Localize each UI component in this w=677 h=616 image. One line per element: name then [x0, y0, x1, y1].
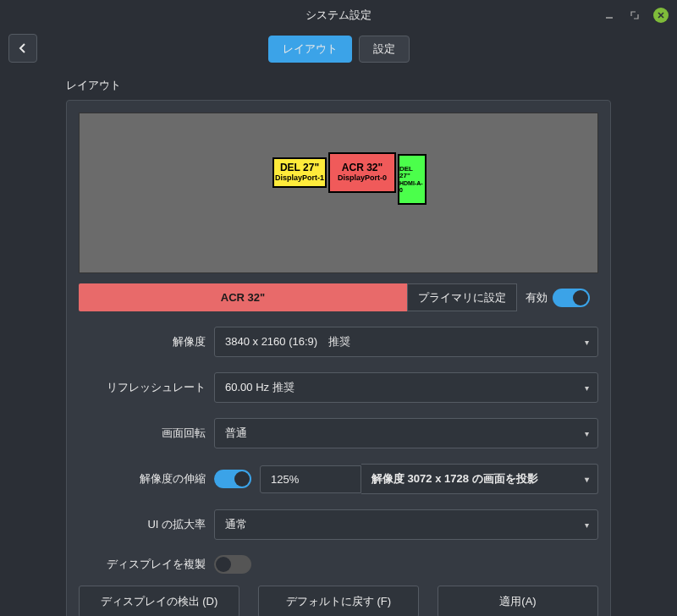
- tab-row: レイアウト 設定: [0, 30, 677, 74]
- section-title: レイアウト: [66, 78, 611, 93]
- refresh-label: リフレッシュレート: [79, 380, 206, 395]
- close-icon[interactable]: [653, 8, 669, 23]
- maximize-icon[interactable]: [628, 8, 641, 22]
- row-ui-scale: UI の拡大率 通常: [79, 509, 598, 540]
- layout-panel: DEL 27" DisplayPort-1 ACR 32" DisplayPor…: [66, 100, 611, 616]
- action-buttons: ディスプレイの検出 (D) デフォルトに戻す (F) 適用(A): [79, 586, 598, 616]
- monitor-name: ACR 32": [342, 162, 383, 173]
- row-duplicate: ディスプレイを複製: [79, 555, 598, 574]
- tab-layout[interactable]: レイアウト: [268, 36, 352, 63]
- scale-label: 解像度の伸縮: [79, 471, 206, 487]
- monitor-name: DEL 27": [399, 166, 425, 181]
- scale-select-wrap: 125% 解像度 3072 x 1728 の画面を投影: [260, 464, 598, 494]
- monitor-name: DEL 27": [280, 162, 319, 173]
- scale-hint-select[interactable]: 解像度 3072 x 1728 の画面を投影: [361, 464, 598, 494]
- monitor-del27-dp1[interactable]: DEL 27" DisplayPort-1: [272, 157, 327, 188]
- refresh-select[interactable]: 60.00 Hz 推奨: [214, 372, 598, 403]
- set-primary-button[interactable]: プライマリに設定: [407, 283, 517, 311]
- row-resolution: 解像度 3840 x 2160 (16:9) 推奨: [79, 327, 598, 357]
- tab-settings[interactable]: 設定: [359, 36, 410, 63]
- duplicate-toggle[interactable]: [214, 555, 251, 574]
- ui-scale-select[interactable]: 通常: [214, 509, 598, 540]
- minimize-icon[interactable]: [603, 8, 616, 22]
- enabled-label: 有効: [526, 290, 548, 305]
- row-refresh: リフレッシュレート 60.00 Hz 推奨: [79, 372, 598, 403]
- rotation-select[interactable]: 普通: [214, 418, 598, 448]
- monitor-port: HDMI-A-0: [399, 180, 425, 193]
- selected-display-row: ACR 32" プライマリに設定 有効: [79, 283, 598, 311]
- ui-scale-label: UI の拡大率: [79, 517, 206, 532]
- monitor-port: DisplayPort-0: [338, 174, 387, 183]
- selected-display-name: ACR 32": [79, 283, 407, 311]
- restore-defaults-button[interactable]: デフォルトに戻す (F): [258, 586, 419, 616]
- layout-canvas[interactable]: DEL 27" DisplayPort-1 ACR 32" DisplayPor…: [79, 113, 598, 273]
- monitor-port: DisplayPort-1: [275, 174, 324, 183]
- rotation-label: 画面回転: [79, 426, 206, 441]
- monitor-del27-hdmi[interactable]: DEL 27" HDMI-A-0: [398, 154, 427, 205]
- enabled-wrap: 有効: [517, 283, 598, 311]
- apply-button[interactable]: 適用(A): [438, 586, 598, 616]
- scale-percent: 125%: [260, 465, 361, 493]
- monitor-acr32[interactable]: ACR 32" DisplayPort-0: [328, 152, 396, 193]
- scale-toggle[interactable]: [214, 470, 251, 488]
- enabled-toggle[interactable]: [553, 289, 590, 307]
- titlebar-controls: [603, 8, 669, 23]
- resolution-label: 解像度: [79, 334, 206, 349]
- back-button[interactable]: [8, 34, 37, 63]
- resolution-select[interactable]: 3840 x 2160 (16:9) 推奨: [214, 327, 598, 357]
- titlebar: システム設定: [0, 0, 677, 30]
- duplicate-label: ディスプレイを複製: [79, 557, 206, 572]
- row-scale: 解像度の伸縮 125% 解像度 3072 x 1728 の画面を投影: [79, 464, 598, 494]
- row-rotation: 画面回転 普通: [79, 418, 598, 448]
- detect-displays-button[interactable]: ディスプレイの検出 (D): [79, 586, 239, 616]
- window-title: システム設定: [305, 8, 372, 23]
